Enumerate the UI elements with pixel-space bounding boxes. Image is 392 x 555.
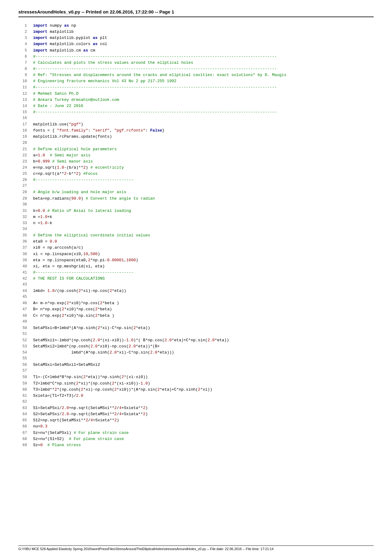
code-line: 10# Engineering fracture mechanics Vol 4…	[18, 78, 374, 84]
code-segment: # Ankara Turkey drmsahin@outlook.com	[33, 98, 119, 102]
line-content: # Engineering fracture mechanics Vol 43 …	[33, 78, 176, 84]
line-content: eta = np.linspace(eta0,2*np.pi-0.00001,1…	[33, 257, 138, 263]
line-number: 34	[18, 226, 27, 232]
page-footer: G:\YIBU MCE 528 Applied Elasticity Sprin…	[18, 545, 374, 551]
code-line: 2import matplotlib	[18, 29, 374, 35]
line-content: import matplotlib.cm as cm	[33, 48, 95, 54]
line-number: 52	[18, 338, 27, 343]
code-segment: eta0 =	[33, 239, 50, 244]
code-segment: 1.0	[47, 289, 55, 293]
code-line: 46A= m-n*np.exp(2*xi0)*np.cos(2*beta )	[18, 300, 374, 306]
code-segment: "font.family"	[57, 128, 88, 133]
line-number: 25	[18, 171, 27, 177]
code-segment: Sz=	[33, 443, 40, 447]
line-number: 36	[18, 239, 27, 245]
code-segment: 2.0	[164, 338, 172, 343]
code-segment: A= m-n*np.exp(	[33, 301, 66, 305]
code-segment: 1000	[126, 258, 136, 262]
code-segment: *xi0)-np.cos(	[98, 344, 129, 349]
code-line: 19matplotlib.rcParams.update(fonts)	[18, 134, 374, 140]
line-number: 20	[18, 140, 27, 146]
line-number: 15	[18, 109, 27, 115]
code-segment: SetaMSxi=SetaMSxi1+SetaMSxi2	[33, 362, 100, 367]
code-segment: )	[78, 171, 83, 176]
code-segment: 2	[143, 412, 145, 416]
line-content: c=np.sqrt(a**2-b**2) #Focus	[33, 171, 98, 177]
line-number: 59	[18, 381, 27, 387]
code-line: 7# Calculates and plots the stress value…	[18, 60, 374, 66]
line-number: 24	[18, 165, 27, 171]
code-line: 52SetaMSxi1=-lmbd*(np.cosh(2.0*(xi-xi0))…	[18, 337, 374, 343]
line-content: nu=0.3	[33, 423, 47, 430]
code-segment: 2	[114, 418, 117, 423]
line-number: 12	[18, 91, 27, 97]
code-line: 57	[18, 368, 374, 374]
code-segment: 1.0	[126, 338, 133, 343]
code-line: 24e=np.sqrt(1.0-(b/a)**2) # eccentricity	[18, 165, 374, 171]
code-segment: C= n*np.exp(	[33, 313, 62, 318]
code-segment: e=np.sqrt(	[33, 165, 57, 170]
code-segment: 2.0	[93, 338, 100, 343]
line-content: #---------------------------------------…	[33, 109, 277, 115]
line-number: 40	[18, 264, 27, 270]
code-line: 20	[18, 140, 374, 146]
code-segment: 2	[66, 301, 69, 305]
code-segment: 0.0	[38, 209, 45, 213]
code-segment: "pgf.rcfonts"	[114, 128, 145, 133]
code-segment: *beta )	[98, 313, 115, 318]
line-number: 35	[18, 233, 27, 239]
code-segment: 2	[198, 387, 200, 392]
code-segment: +k	[47, 215, 52, 219]
line-number: 51	[18, 331, 27, 337]
code-line: 39eta = np.linspace(eta0,2*np.pi-0.00001…	[18, 257, 374, 263]
code-segment: T1=-(C+lmbd*B*np.sin(	[33, 375, 83, 379]
line-number: 47	[18, 307, 27, 312]
code-line: 4import matplotlib.colors as col	[18, 41, 374, 47]
line-content: SetaMSxi=SetaMSxi1+SetaMSxi2	[33, 362, 100, 368]
line-content: SetaMSxi2=lmbd*(np.cosh(2.0*xi0)-np.cos(…	[33, 343, 160, 350]
line-content: k=0.0 # Ratio of Axial to lateral loadin…	[33, 208, 131, 214]
code-segment: import	[33, 48, 47, 53]
line-number: 48	[18, 313, 27, 319]
code-segment: *xi0))*(A*np.sin(	[117, 387, 157, 392]
line-number: 30	[18, 202, 27, 208]
code-segment: )	[145, 406, 148, 410]
code-line: 21# Define elliptical hole parameters	[18, 146, 374, 152]
line-number: 69	[18, 442, 27, 448]
line-number: 46	[18, 300, 27, 306]
line-content: T1=-(C+lmbd*B*np.sin(2*eta))*np.sinh(2*(…	[33, 374, 148, 380]
code-segment: xi = np.linspace(xi0,	[33, 252, 83, 256]
code-segment: matplotlib	[47, 29, 74, 34]
line-content: #---------------------------------------…	[33, 84, 277, 90]
code-line: 3import matplotlib.pyplot as plt	[18, 35, 374, 41]
code-segment: # Engineering fracture mechanics Vol 43 …	[33, 79, 176, 83]
line-content: S1=SetaPSxi/2.0+np.sqrt(SetaMSxi**2/4+Sx…	[33, 405, 148, 411]
code-segment: S1=SetaPSxi/	[33, 406, 62, 410]
code-segment: :	[88, 128, 93, 133]
code-segment: -k	[47, 221, 52, 225]
line-number: 53	[18, 344, 27, 350]
code-segment: )	[145, 412, 148, 416]
code-line: 25c=np.sqrt(a**2-b**2) #Focus	[18, 171, 374, 177]
code-segment: beta=np.radians(	[33, 196, 71, 201]
code-line: 8#--------------------------------------…	[18, 66, 374, 72]
code-segment: SetaMSxi1=-lmbd*(np.cosh(	[33, 338, 93, 343]
line-number: 1	[18, 23, 27, 29]
code-segment: *beta)	[98, 307, 112, 312]
code-segment: *xi)-np.cosh(	[83, 387, 114, 392]
code-segment: 1.0	[38, 153, 45, 158]
code-line: 59T2=lmbd*C*np.sinh(2*xi)*(np.cosh(2*(xi…	[18, 381, 374, 387]
code-segment: *xi)-C*np.sin(	[117, 350, 150, 355]
code-segment: #---------------------------------------…	[33, 67, 277, 71]
code-segment: *xi0)*np.sin(	[64, 313, 95, 318]
code-segment: 2	[95, 313, 98, 318]
code-segment: matplotlib.rcParams.update(fonts)	[33, 134, 112, 139]
code-segment: # Ratio of Axial to lateral loading	[47, 209, 131, 213]
code-segment: a=	[33, 153, 38, 158]
code-segment: *xi))	[200, 387, 212, 392]
line-content: n =1.0-k	[33, 220, 52, 226]
code-segment: *eta)+C*np.sin(	[172, 338, 208, 343]
code-segment: # Calculates and plots the stress values…	[33, 60, 193, 65]
code-segment: S12=np.sqrt(SetaMSxi**	[33, 418, 86, 423]
code-segment: *(np.cosh(	[57, 387, 81, 392]
